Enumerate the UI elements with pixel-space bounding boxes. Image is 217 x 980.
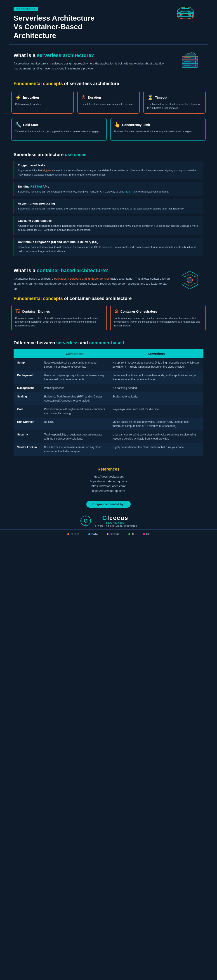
what-is-serverless-heading: What is a serverless architecture?: [14, 52, 172, 58]
use-case-restful-title: Building RESTful APIs: [18, 185, 200, 188]
created-by-badge: Infographic created by :: [86, 501, 130, 508]
table-cell-security-serverless: User can control what service/api can in…: [109, 430, 203, 443]
what-is-container-text: A container based architecture packages …: [14, 276, 172, 291]
concept-card-concurrency-header: 👆 Concurrency Limit: [114, 122, 202, 128]
reference-link-2[interactable]: https://www.datadoghq.com/: [14, 480, 203, 483]
footer-dot-ai: [128, 533, 130, 535]
table-header-category: [14, 349, 40, 358]
table-row-security: Security Total responsibility of custome…: [14, 430, 203, 443]
gleecus-logo-icon: G: [80, 515, 91, 527]
logo-tagline: Forward Thinking Digital Innovation: [93, 525, 137, 527]
svg-point-6: [188, 11, 189, 13]
reference-link-3[interactable]: https://www.aquasec.com/: [14, 484, 203, 488]
table-cell-vendorlockin-label: Vendor Lock-in: [14, 443, 40, 456]
table-cell-runduration-serverless: Varies based on the cloud provider. Exam…: [109, 418, 203, 430]
svg-point-8: [188, 14, 189, 16]
logo-sub: TECHLABS: [93, 522, 137, 524]
table-cell-scaling-containers: Horizontal Pod Autoscaling (HPA) and/or …: [40, 392, 109, 405]
timeout-icon: ⏳: [147, 95, 153, 100]
container-concepts-highlight-yellow: Fundamental concepts: [14, 296, 63, 301]
invocation-icon: ⚡: [15, 95, 21, 100]
reference-link-1[interactable]: https://docs.docker.com/: [14, 475, 203, 478]
header-left: INFOGRAPHIC Serverless ArchitectureVs Co…: [14, 7, 167, 40]
table-cell-scaling-serverless: Scales automatically.: [109, 392, 203, 405]
table-cell-deployment-serverless: Serverless functions deploy in milliseco…: [109, 371, 203, 384]
table-cell-runduration-label: Run Duration: [14, 418, 40, 430]
table-cell-cost-label: Cost: [14, 405, 40, 418]
use-case-restful: Building RESTful APIs Serverless functio…: [14, 182, 203, 196]
what-is-serverless-text: A serverless architecture is a software …: [14, 61, 172, 71]
what-is-right: [176, 52, 203, 72]
table-cell-setup-containers: Need extensive set-up but can be managed…: [40, 358, 109, 371]
duration-icon: ⏱: [81, 95, 86, 100]
footer-nav-ux: UX: [143, 533, 150, 536]
svg-line-25: [182, 283, 185, 285]
footer-dot-digital: [107, 533, 109, 535]
use-cases-highlight: use cases: [65, 152, 87, 157]
table-cell-security-containers: Total responsibility of customer but can…: [40, 430, 109, 443]
header-icon: [167, 7, 203, 25]
concept-card-concurrency: 👆 Concurrency Limit Number of function i…: [110, 118, 206, 141]
use-case-vuln: Checking vulnerabilities A function can …: [14, 216, 203, 235]
table-row-setup: Setup Need extensive set-up but can be m…: [14, 358, 203, 371]
serverless-icon-svg: [180, 52, 200, 72]
footer-nav-cloud: CLOUD: [67, 533, 79, 536]
table-row-runduration: Run Duration No limit. Varies based on t…: [14, 418, 203, 430]
table-row-management: Management Patching needed. No patching …: [14, 384, 203, 392]
what-is-container-section: What is a container-based architecture? …: [0, 263, 217, 296]
use-case-trigger: Trigger based tasks Any user activity th…: [14, 161, 203, 180]
timeout-title: Timeout: [155, 96, 167, 99]
table-cell-vendorlockin-serverless: Highly dependent on the cloud platform t…: [109, 443, 203, 456]
container-highlight: container-based architecture?: [37, 267, 108, 273]
duration-title: Duration: [88, 96, 101, 99]
footer-nav: CLOUD DATA DIGITAL AI UX: [0, 529, 217, 539]
container-engines-desc: Container engines, often referred to as …: [15, 316, 103, 328]
table-header-containers: Containers: [40, 349, 109, 358]
infographic-badge: INFOGRAPHIC: [14, 7, 38, 11]
table-cell-scaling-label: Scaling: [14, 392, 40, 405]
concurrency-desc: Number of function instances simultaneou…: [114, 130, 202, 134]
table-header-serverless: Serverless: [109, 349, 203, 358]
use-case-trigger-desc: Any user activity that triggers an event…: [18, 168, 200, 177]
use-case-vuln-desc: A function can be invoked to scan the in…: [18, 224, 200, 232]
concept-card-invocation-header: ⚡ Invocation: [15, 95, 70, 100]
container-orchestrators-header: ⚙ Container Orchestrators: [114, 309, 202, 315]
server-stack-svg: [172, 7, 199, 25]
use-case-async-desc: Serverless functions can handle behind-t…: [18, 207, 200, 211]
created-by-section: Infographic created by :: [0, 496, 217, 510]
serverless-diff-highlight: serverless: [56, 340, 79, 345]
timeout-desc: The time set by the cloud provider for a…: [147, 102, 202, 110]
svg-rect-17: [184, 57, 190, 58]
svg-line-23: [195, 283, 198, 285]
footer-nav-ai: AI: [128, 533, 134, 536]
container-concepts-heading: Fundamental concepts of container-based …: [14, 296, 203, 301]
container-engines-icon: 🏗: [15, 309, 20, 315]
svg-line-22: [195, 275, 198, 277]
container-left: What is a container-based architecture? …: [14, 267, 176, 291]
footer-nav-digital: DIGITAL: [107, 533, 119, 536]
concept-card-timeout-header: ⏳ Timeout: [147, 95, 202, 100]
main-title: Serverless ArchitectureVs Container-Base…: [14, 14, 167, 40]
table-cell-security-label: Security: [14, 430, 40, 443]
footer-label-ux: UX: [146, 533, 150, 536]
difference-table: Containers Serverless Setup Need extensi…: [14, 349, 203, 456]
reference-link-4[interactable]: https://reviewmprep.com/: [14, 489, 203, 493]
table-row-cost: Cost Pay-as-you-go, although in most cas…: [14, 405, 203, 418]
logo-section: G Gleecus TECHLABS Forward Thinking Digi…: [0, 510, 217, 529]
footer-dot-ux: [143, 533, 145, 535]
use-case-async: Asynchronous processing Serverless funct…: [14, 199, 203, 213]
footer-label-data: DATA: [92, 533, 98, 536]
container-card-engines: 🏗 Container Engines Container engines, o…: [11, 305, 107, 331]
serverless-concepts-grid-row1: ⚡ Invocation Calling a single function ⏱…: [0, 91, 217, 118]
use-case-cicd-title: Continuous Integration (CI) and Continuo…: [18, 240, 200, 243]
footer-nav-data: DATA: [89, 533, 98, 536]
concept-card-coldstart: 🔧 Cold Start Time taken for a function t…: [11, 118, 107, 141]
use-case-async-title: Asynchronous processing: [18, 202, 200, 205]
use-case-cicd: Continuous Integration (CI) and Continuo…: [14, 237, 203, 256]
container-engines-title: Container Engines: [22, 310, 50, 313]
concept-card-timeout: ⏳ Timeout The time set by the cloud prov…: [143, 91, 206, 114]
container-orchestrators-desc: Tools to manage, scale, and maintain con…: [114, 316, 202, 328]
concepts-highlight-yellow: Fundamental concepts: [14, 81, 63, 86]
coldstart-title: Cold Start: [23, 123, 38, 127]
table-cell-runduration-containers: No limit.: [40, 418, 109, 430]
